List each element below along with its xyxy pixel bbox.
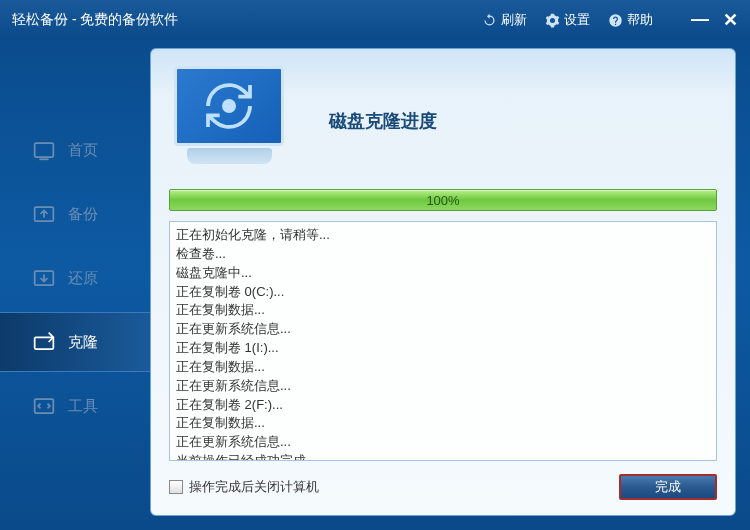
- home-icon: [30, 136, 58, 164]
- progress-section: 100%: [169, 189, 717, 211]
- help-label: 帮助: [627, 11, 653, 29]
- sidebar-item-backup[interactable]: 备份: [0, 184, 150, 244]
- page-title: 磁盘克隆进度: [329, 109, 437, 133]
- shutdown-checkbox[interactable]: 操作完成后关闭计算机: [169, 478, 319, 496]
- settings-button[interactable]: 设置: [545, 11, 590, 29]
- footer: 操作完成后关闭计算机 完成: [169, 473, 717, 501]
- app-title: 轻松备份 - 免费的备份软件: [12, 11, 482, 29]
- gear-icon: [545, 13, 560, 28]
- restore-icon: [30, 264, 58, 292]
- monitor-graphic: [169, 66, 289, 176]
- sidebar-item-label: 还原: [68, 269, 98, 288]
- tools-icon: [30, 392, 58, 420]
- sidebar-item-restore[interactable]: 还原: [0, 248, 150, 308]
- hero: 磁盘克隆进度: [169, 61, 717, 181]
- main-layout: 首页 备份 还原 克隆 工具: [0, 40, 750, 530]
- sidebar-item-home[interactable]: 首页: [0, 120, 150, 180]
- checkbox-label: 操作完成后关闭计算机: [189, 478, 319, 496]
- progress-percent: 100%: [170, 190, 716, 212]
- close-button[interactable]: ✕: [723, 9, 738, 31]
- log-output[interactable]: 正在初始化克隆，请稍等... 检查卷... 磁盘克隆中... 正在复制卷 0(C…: [169, 221, 717, 461]
- refresh-icon: [482, 13, 497, 28]
- window-controls: — ✕: [691, 9, 738, 31]
- clone-icon: [30, 328, 58, 356]
- sidebar-item-label: 工具: [68, 397, 98, 416]
- help-button[interactable]: 帮助: [608, 11, 653, 29]
- sidebar-item-label: 备份: [68, 205, 98, 224]
- finish-button[interactable]: 完成: [619, 474, 717, 500]
- sync-gear-icon: [201, 78, 257, 134]
- checkbox-box: [169, 480, 183, 494]
- sidebar-item-tools[interactable]: 工具: [0, 376, 150, 436]
- refresh-label: 刷新: [501, 11, 527, 29]
- svg-rect-0: [35, 143, 54, 157]
- sidebar-item-label: 克隆: [68, 333, 98, 352]
- svg-point-5: [222, 99, 236, 113]
- content-panel: 磁盘克隆进度 100% 正在初始化克隆，请稍等... 检查卷... 磁盘克隆中.…: [150, 48, 736, 516]
- minimize-button[interactable]: —: [691, 9, 709, 31]
- progress-bar: 100%: [169, 189, 717, 211]
- sidebar-item-clone[interactable]: 克隆: [0, 312, 150, 372]
- sidebar: 首页 备份 还原 克隆 工具: [0, 40, 150, 530]
- titlebar: 轻松备份 - 免费的备份软件 刷新 设置 帮助 — ✕: [0, 0, 750, 40]
- backup-icon: [30, 200, 58, 228]
- settings-label: 设置: [564, 11, 590, 29]
- help-icon: [608, 13, 623, 28]
- sidebar-item-label: 首页: [68, 141, 98, 160]
- titlebar-actions: 刷新 设置 帮助 — ✕: [482, 9, 738, 31]
- refresh-button[interactable]: 刷新: [482, 11, 527, 29]
